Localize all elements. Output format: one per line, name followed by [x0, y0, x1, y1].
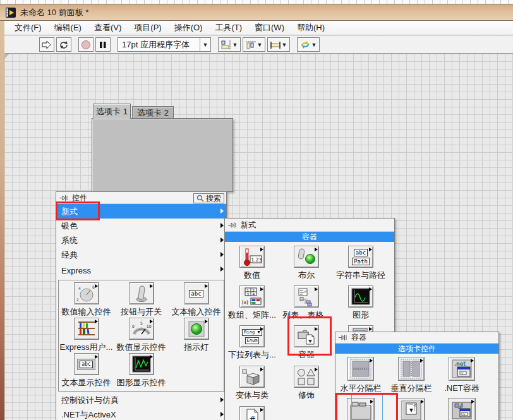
array-matrix-icon: 1234[x] — [241, 287, 263, 306]
submenu-arrow-icon — [220, 208, 224, 213]
window-left-border — [0, 21, 4, 420]
palette-item-activex-container[interactable]: V — [437, 398, 487, 420]
palette-item-boolean[interactable]: 布尔 — [279, 246, 334, 281]
menu-file[interactable]: 文件(F) — [8, 21, 48, 35]
submenu-arrow-icon — [220, 252, 224, 257]
palette-item-numeric-input[interactable]: 462 数值输入控件 — [59, 282, 114, 318]
menu-edit[interactable]: 编辑(E) — [48, 21, 88, 35]
tab-control-body[interactable] — [92, 118, 233, 192]
font-selector[interactable]: 17pt 应用程序字体 ▼ — [118, 37, 211, 52]
refnum-hash-icon: # — [241, 408, 263, 420]
container-palette-header: 容器 — [335, 332, 498, 344]
category-silver[interactable]: 银色 — [56, 219, 226, 233]
svg-text:.net: .net — [454, 361, 466, 367]
category-net-activex[interactable]: .NET与ActiveX — [56, 407, 226, 420]
annotation-box-containers — [287, 316, 332, 356]
palette-item-variant-class[interactable]: 变体与类 — [225, 366, 279, 401]
palette-item-express-user[interactable]: Express用户... — [59, 318, 114, 353]
font-selector-dropdown[interactable]: ▼ — [200, 38, 210, 51]
palette-item-text-input[interactable]: abc 文本输入控件 — [169, 282, 224, 318]
annotation-box-tab-control — [335, 393, 398, 420]
menu-operate[interactable]: 操作(O) — [168, 21, 209, 35]
svg-text:6: 6 — [92, 285, 95, 289]
abort-button[interactable] — [78, 37, 94, 52]
distribute-objects-icon — [246, 40, 256, 49]
palette-item-text-indicator[interactable]: abc 文本显示控件 — [59, 353, 114, 388]
annotation-box-modern — [56, 201, 100, 220]
svg-text:#: # — [249, 414, 256, 420]
palette-item-net-container[interactable]: .netV .NET容器 — [437, 357, 487, 394]
resize-objects-button[interactable]: ▼ — [267, 37, 290, 52]
panel-origin-marker — [4, 54, 9, 59]
controls-palette: 控件 搜索 新式 银色 系统 经典 Express 462 数值输入控件 按钮与… — [56, 191, 227, 420]
category-express[interactable]: Express — [56, 262, 226, 279]
express-icon-section: 462 数值输入控件 按钮与开关 abc 文本输入控件 Express用户...… — [58, 280, 224, 392]
pin-icon[interactable] — [59, 195, 69, 201]
run-button[interactable] — [39, 37, 54, 52]
palette-item-vertical-splitter[interactable]: 垂直分隔栏 — [386, 357, 437, 394]
palette-item-string-path[interactable]: abcPath 字符串与路径 — [334, 246, 388, 281]
category-classic[interactable]: 经典 — [56, 248, 226, 262]
run-continuous-button[interactable] — [56, 37, 71, 52]
menu-bar: 文件(F) 编辑(E) 查看(V) 项目(P) 操作(O) 工具(T) 窗口(W… — [4, 21, 513, 35]
ring-icon: Ring ▼ — [242, 329, 262, 336]
align-objects-button[interactable]: ▼ — [218, 37, 241, 52]
menu-help[interactable]: 帮助(H) — [291, 21, 331, 35]
palette-item-decorations[interactable]: 修饰 — [279, 366, 334, 401]
graph-icon — [349, 287, 372, 306]
vertical-splitter-icon — [401, 359, 422, 379]
pause-icon — [99, 41, 107, 49]
palette-item-indicator-led[interactable]: 指示灯 — [169, 318, 224, 353]
category-system[interactable]: 系统 — [56, 233, 226, 248]
container-palette-title: 容器 — [351, 332, 366, 343]
subpanel-icon — [399, 400, 423, 420]
titlebar: 未命名 10 前面板 * — [0, 4, 513, 21]
toggle-switch-icon — [130, 284, 153, 303]
led-icon — [185, 320, 208, 339]
run-arrow-icon — [42, 40, 52, 49]
path-icon: Path — [352, 258, 370, 265]
svg-text:2: 2 — [76, 297, 79, 302]
svg-text:1.23: 1.23 — [251, 256, 262, 262]
palette-item-buttons-switches[interactable]: 按钮与开关 — [114, 282, 169, 318]
activex-container-icon: V — [450, 400, 474, 420]
toolbar: 17pt 应用程序字体 ▼ ▼ ▼ ▼ ▼ — [4, 36, 513, 54]
palette-item-numeric[interactable]: 1.23 数值 — [225, 246, 279, 281]
menu-view[interactable]: 查看(V) — [88, 21, 128, 35]
palette-item-graph-indicator[interactable]: 图形显示控件 — [114, 353, 169, 388]
window-title: 未命名 10 前面板 * — [20, 7, 88, 18]
abort-icon — [81, 40, 91, 50]
tab-page-1[interactable]: 选项卡 1 — [93, 104, 131, 119]
menu-tools[interactable]: 工具(T) — [208, 21, 248, 35]
abc-display-icon: abc — [77, 359, 95, 370]
enum-icon: Enum — [245, 337, 260, 344]
palette-item-refnum[interactable]: # — [225, 406, 279, 420]
menu-project[interactable]: 项目(P) — [128, 21, 167, 35]
category-control-design[interactable]: 控制设计与仿真 — [56, 393, 226, 407]
section-banner-tab-control[interactable]: 选项卡控件 — [335, 344, 498, 354]
tab-page-2[interactable]: 选项卡 2 — [132, 106, 174, 119]
palette-item-graph[interactable]: 图形 — [334, 285, 388, 321]
search-button[interactable]: 搜索 — [193, 193, 224, 203]
palette-item-numeric-indicator[interactable]: 0510 数值显示控件 — [114, 318, 169, 353]
cube-icon — [241, 368, 263, 387]
net-container-icon: .netV — [451, 359, 473, 379]
section-banner-containers[interactable]: 容器 — [225, 232, 394, 242]
palette-item-array-matrix[interactable]: 1234[x] 数组、矩阵... — [225, 285, 279, 321]
continuous-run-icon — [59, 40, 69, 49]
palette-item-list-table[interactable]: 列表、表格... — [279, 285, 334, 321]
menu-window[interactable]: 窗口(W) — [248, 21, 291, 35]
pause-button[interactable] — [95, 37, 111, 52]
pin-icon[interactable] — [339, 334, 348, 341]
boolean-switch-led-icon — [295, 248, 318, 267]
pin-icon[interactable] — [228, 222, 238, 229]
reorder-button[interactable]: ▼ — [297, 37, 320, 52]
modern-palette-title: 新式 — [241, 220, 256, 231]
palette-item-horizontal-splitter[interactable]: 水平分隔栏 — [335, 357, 386, 394]
distribute-objects-button[interactable]: ▼ — [243, 37, 265, 52]
palette-item-ring-enum[interactable]: Ring ▼Enum 下拉列表与... — [225, 325, 279, 361]
svg-text:4: 4 — [253, 292, 255, 296]
tab-page-1-label: 选项卡 1 — [96, 106, 128, 117]
abc-input-icon: abc — [189, 290, 203, 297]
svg-text:0: 0 — [132, 324, 135, 328]
